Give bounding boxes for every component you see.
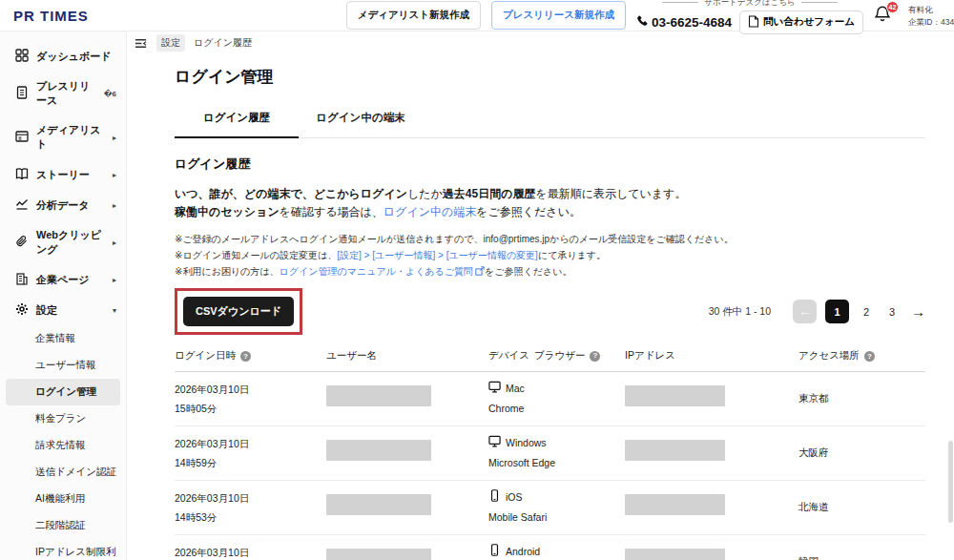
sidebar-item-dashboard[interactable]: ダッシュボード — [0, 41, 126, 72]
divider-line — [662, 2, 698, 3]
header-username: ユーザー名 — [326, 349, 488, 363]
app-window: PR TIMES メディアリスト新規作成 プレスリリース新規作成 サポートデスク… — [0, 0, 954, 560]
sidebar-subitem[interactable]: ユーザー情報 — [0, 352, 126, 379]
desc-text: を確認する場合は、 — [280, 205, 384, 218]
note-line: ※ログイン通知メールの設定変更は、[設定] > [ユーザー情報] > [ユーザー… — [175, 247, 925, 263]
cell-ip-address — [625, 381, 798, 425]
help-icon[interactable]: ? — [864, 351, 875, 362]
notification-badge: 42 — [886, 1, 899, 13]
bell-icon — [874, 10, 891, 27]
company-id: 企業ID：43473 — [908, 16, 954, 29]
sidebar-item-press-release[interactable]: プレスリリース �6 — [0, 72, 126, 115]
chevron-right-icon: ▸ — [113, 239, 116, 247]
sidebar-item-media-list[interactable]: メディアリスト ▸ — [0, 115, 126, 159]
sidebar-item-story[interactable]: ストーリー ▸ — [0, 159, 126, 190]
chevron-right-icon: ▸ — [113, 134, 116, 142]
cell-username — [326, 489, 488, 534]
sidebar-subitem[interactable]: 企業情報 — [0, 325, 126, 352]
redacted-ip — [625, 494, 725, 515]
support-desk: サポートデスクはこちら 03-6625-4684 問い合わせフォ — [636, 0, 863, 34]
access-location: 東京都 — [798, 381, 925, 425]
cell-login-datetime: 2026年03月10日 15時05分 — [175, 381, 326, 425]
pagination-next-button[interactable]: → — [911, 303, 925, 320]
pagination-page-3[interactable]: 3 — [883, 306, 901, 318]
desc-bold: 過去45日間の履歴 — [443, 187, 536, 200]
sidebar-item-settings[interactable]: 設定 ▾ — [0, 295, 126, 325]
breadcrumb-settings[interactable]: 設定 — [156, 34, 185, 52]
pagination-prev-button[interactable]: ← — [793, 300, 817, 323]
media-list-icon — [15, 130, 29, 145]
sidebar-collapse-icon[interactable] — [134, 37, 148, 50]
help-icon[interactable]: ? — [240, 351, 251, 362]
page-title: ログイン管理 — [175, 66, 925, 88]
prtimes-logo[interactable]: PR TIMES — [13, 8, 89, 24]
chevron-right-icon: ▸ — [113, 171, 116, 179]
browser-name: Microsoft Edge — [488, 457, 625, 468]
building-icon — [15, 272, 29, 287]
chevron-down-icon: ▾ — [113, 306, 116, 315]
access-location: 韓国 — [798, 544, 925, 560]
phone-icon — [636, 14, 649, 30]
pagination-summary: 30 件中 1 - 10 — [709, 305, 771, 319]
table-row: 2026年03月10日 15時05分 Mac Chrome 東京都 — [175, 372, 925, 426]
sidebar-subitem[interactable]: AI機能利用 — [0, 486, 126, 512]
header-login-datetime: ログイン日時? — [175, 349, 326, 363]
divider-line — [801, 2, 838, 3]
support-phone[interactable]: 03-6625-4684 — [636, 14, 732, 30]
header-actions: メディアリスト新規作成 プレスリリース新規作成 サポートデスクはこちら 03-6… — [346, 0, 954, 34]
paperclip-icon — [15, 235, 29, 250]
pagination-page-1[interactable]: 1 — [825, 300, 849, 323]
device-os: Windows — [506, 437, 547, 448]
active-devices-link[interactable]: ログイン中の端末 — [384, 205, 476, 218]
desc-text: を最新順に表示しています。 — [535, 187, 686, 200]
main-content: 設定 ログイン履歴 ログイン管理 ログイン履歴 ログイン中の端末 ログイン履歴 … — [127, 31, 954, 560]
sidebar-subitem[interactable]: 送信ドメイン認証 — [0, 459, 126, 486]
media-list-create-button[interactable]: メディアリスト新規作成 — [346, 1, 481, 30]
top-header: PR TIMES メディアリスト新規作成 プレスリリース新規作成 サポートデスク… — [0, 0, 954, 31]
note-text: ※利用にお困りの方は、 — [175, 266, 280, 277]
notifications-bell[interactable]: 42 — [874, 5, 893, 26]
manual-faq-link[interactable]: ログイン管理のマニュアル・よくあるご質問 — [280, 266, 486, 277]
sidebar: ダッシュボード プレスリリース �6 メディアリスト ▸ ストーリー ▸ 分析デ… — [0, 31, 127, 560]
login-time: 14時59分 — [175, 454, 326, 472]
login-time: 15時05分 — [175, 400, 326, 418]
redacted-ip — [625, 549, 725, 560]
sidebar-item-analytics[interactable]: 分析データ ▸ — [0, 190, 126, 220]
redacted-ip — [625, 440, 725, 461]
user-info-settings-link[interactable]: [設定] > [ユーザー情報] > [ユーザー情報の変更] — [337, 250, 538, 260]
sidebar-subitem[interactable]: 請求先情報 — [0, 432, 126, 459]
desc-text: をご参照ください。 — [476, 205, 581, 218]
redacted-username — [326, 385, 431, 406]
help-icon[interactable]: ? — [590, 351, 600, 362]
sidebar-item-web-clipping[interactable]: Webクリッピング ▸ — [0, 220, 126, 264]
desc-text: したか — [407, 187, 443, 200]
contact-form-button[interactable]: 問い合わせフォーム — [739, 10, 863, 34]
tab-active-devices[interactable]: ログイン中の端末 — [299, 111, 423, 137]
sidebar-item-label: 設定 — [36, 303, 57, 318]
pagination-page-2[interactable]: 2 — [858, 306, 875, 318]
csv-download-button[interactable]: CSVダウンロード — [183, 297, 294, 326]
press-release-create-button[interactable]: プレスリリース新規作成 — [491, 1, 626, 30]
pagination: 30 件中 1 - 10 ← 1 2 3 → — [709, 300, 925, 323]
cell-username — [326, 435, 488, 480]
form-icon — [748, 15, 759, 30]
tab-login-history[interactable]: ログイン履歴 — [175, 111, 299, 138]
sidebar-item-label: ダッシュボード — [36, 50, 112, 64]
press-release-icon — [15, 86, 29, 101]
sidebar-subitem[interactable]: ログイン管理 — [6, 379, 120, 405]
external-link-icon — [475, 264, 485, 280]
sidebar-item-company-page[interactable]: 企業ページ ▸ — [0, 264, 126, 295]
sidebar-subitem[interactable]: IPアドレス制限利用 — [0, 539, 126, 560]
desc-bold: いつ、誰が、どの端末で、どこからログイン — [175, 187, 407, 200]
tab-bar: ログイン履歴 ログイン中の端末 — [175, 111, 925, 138]
browser-name: Mobile Safari — [488, 511, 625, 523]
desc-bold: 稼働中のセッション — [175, 205, 280, 218]
redacted-username — [326, 440, 431, 461]
chevron-right-icon: �6 — [104, 90, 116, 98]
sidebar-subitem[interactable]: 料金プラン — [0, 405, 126, 432]
cell-login-datetime: 2026年03月10日 14時52分 — [175, 544, 326, 560]
scrollbar[interactable] — [948, 441, 953, 523]
sidebar-subitem[interactable]: 二段階認証 — [0, 512, 126, 539]
mobile-icon — [488, 544, 501, 558]
table-body: 2026年03月10日 15時05分 Mac Chrome 東京都 2026年0… — [175, 372, 925, 560]
